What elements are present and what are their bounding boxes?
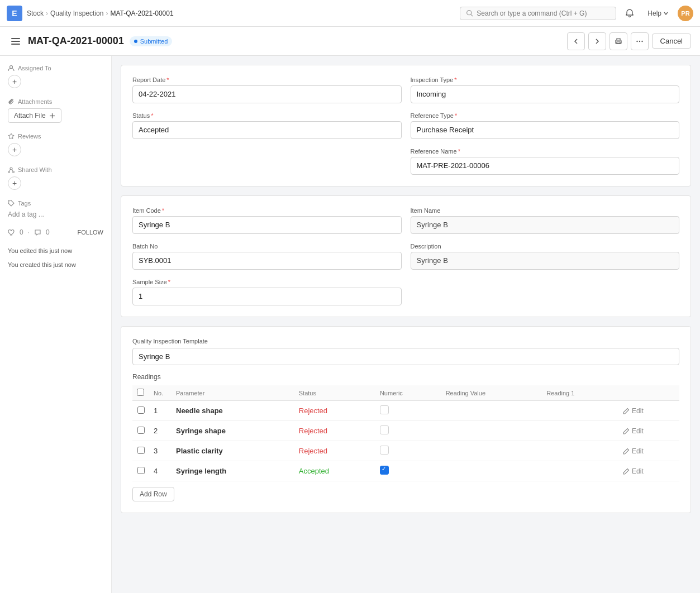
edit-icon	[623, 408, 630, 414]
row-reading1[interactable]	[542, 421, 618, 441]
row-checkbox[interactable]	[137, 447, 145, 454]
next-button[interactable]	[588, 32, 606, 50]
svg-line-14	[12, 170, 13, 171]
sample-size-label: Sample Size*	[132, 279, 402, 285]
template-label: Quality Inspection Template	[132, 338, 679, 345]
item-info-card: Item Code* Syringe B Item Name Syringe B…	[121, 195, 691, 317]
add-shared-with-button[interactable]: +	[8, 176, 21, 190]
row-checkbox[interactable]	[137, 427, 145, 434]
col-header-reading-value: Reading Value	[441, 385, 542, 401]
item-form-grid: Item Code* Syringe B Item Name Syringe B…	[132, 207, 679, 305]
row-reading1[interactable]	[542, 461, 618, 481]
heart-icon	[8, 229, 15, 236]
status-value[interactable]: Accepted	[132, 121, 402, 139]
edit-button[interactable]: Edit	[623, 447, 675, 455]
tag-icon	[8, 200, 15, 207]
numeric-checkbox[interactable]	[380, 405, 389, 414]
cancel-button[interactable]: Cancel	[652, 34, 691, 49]
reference-name-label: Reference Name*	[411, 148, 680, 155]
inspection-type-label: Inspection Type*	[411, 76, 680, 83]
numeric-checkbox[interactable]	[380, 425, 389, 434]
svg-point-4	[636, 40, 637, 41]
row-status: Accepted	[294, 461, 375, 481]
item-code-label: Item Code*	[132, 207, 402, 214]
col-header-numeric: Numeric	[375, 385, 441, 401]
add-tag-input[interactable]: Add a tag ...	[8, 211, 44, 218]
breadcrumb-stock[interactable]: Stock	[27, 9, 44, 17]
printer-icon	[615, 37, 622, 45]
numeric-checkbox[interactable]	[380, 446, 389, 455]
sidebar: Assigned To + Attachments Attach File	[0, 56, 112, 593]
svg-point-12	[13, 171, 15, 173]
follow-button[interactable]: FOLLOW	[78, 229, 103, 236]
add-row-button[interactable]: Add Row	[132, 487, 174, 501]
report-date-label: Report Date*	[132, 76, 402, 83]
add-assigned-to-button[interactable]: +	[8, 75, 21, 88]
help-button[interactable]: Help	[643, 7, 673, 20]
avatar[interactable]: PR	[678, 6, 693, 21]
more-options-button[interactable]	[631, 32, 649, 50]
edit-button[interactable]: Edit	[623, 407, 675, 415]
svg-point-6	[641, 40, 642, 41]
status-label: Status*	[132, 112, 402, 119]
activity-item-1: You edited this just now	[8, 246, 103, 256]
inspection-type-value[interactable]: Incoming	[411, 85, 680, 103]
row-reading-value[interactable]	[441, 401, 542, 421]
svg-line-1	[471, 15, 473, 16]
readings-table: No. Parameter Status Numeric Reading Val…	[132, 385, 679, 481]
numeric-checkbox[interactable]	[380, 466, 389, 475]
row-no: 2	[149, 421, 172, 441]
social-row: 0 · 0 FOLLOW	[8, 228, 103, 236]
row-checkbox[interactable]	[137, 467, 145, 474]
report-date-value[interactable]: 04-22-2021	[132, 85, 402, 103]
edit-button[interactable]: Edit	[623, 467, 675, 475]
sample-size-value[interactable]: 1	[132, 288, 402, 305]
search-bar[interactable]	[460, 7, 616, 20]
svg-line-13	[9, 170, 10, 171]
row-numeric[interactable]	[375, 421, 441, 441]
sample-size-field: Sample Size* 1	[132, 279, 402, 305]
reference-name-value[interactable]: MAT-PRE-2021-00006	[411, 157, 680, 175]
row-reading-value[interactable]	[441, 441, 542, 461]
reference-name-field: Reference Name* MAT-PRE-2021-00006	[411, 148, 680, 175]
description-field: Description Syringe B	[411, 243, 680, 270]
item-code-field: Item Code* Syringe B	[132, 207, 402, 234]
breadcrumb-quality-inspection[interactable]: Quality Inspection	[50, 9, 103, 17]
row-numeric[interactable]	[375, 461, 441, 481]
print-button[interactable]	[609, 32, 627, 50]
item-code-value[interactable]: Syringe B	[132, 216, 402, 234]
item-name-field: Item Name Syringe B	[411, 207, 680, 234]
activity-section: You edited this just now You created thi…	[8, 246, 103, 269]
notifications-button[interactable]	[621, 4, 639, 22]
tags-label: Tags	[8, 200, 103, 207]
table-row: 1 Needle shape Rejected Edit	[132, 401, 679, 421]
template-value[interactable]: Syringe B	[132, 348, 679, 365]
prev-button[interactable]	[567, 32, 585, 50]
row-status: Rejected	[294, 401, 375, 421]
table-row: 2 Syringe shape Rejected Edit	[132, 421, 679, 441]
edit-button[interactable]: Edit	[623, 427, 675, 435]
attach-file-button[interactable]: Attach File	[8, 108, 61, 123]
row-numeric[interactable]	[375, 441, 441, 461]
batch-no-value[interactable]: SYB.0001	[132, 252, 402, 270]
row-reading1[interactable]	[542, 441, 618, 461]
activity-item-2: You created this just now	[8, 260, 103, 270]
row-reading1[interactable]	[542, 401, 618, 421]
app-icon[interactable]: E	[7, 6, 22, 21]
sidebar-toggle[interactable]	[9, 36, 22, 47]
row-no: 1	[149, 401, 172, 421]
row-reading-value[interactable]	[441, 421, 542, 441]
row-numeric[interactable]	[375, 401, 441, 421]
select-all-checkbox[interactable]	[137, 389, 144, 396]
search-input[interactable]	[477, 9, 599, 17]
row-reading-value[interactable]	[441, 461, 542, 481]
batch-no-label: Batch No	[132, 243, 402, 250]
row-checkbox[interactable]	[137, 407, 145, 414]
row-status: Rejected	[294, 441, 375, 461]
top-navigation: E Stock › Quality Inspection › MAT-QA-20…	[0, 0, 700, 27]
add-review-button[interactable]: +	[8, 143, 21, 156]
row-no: 4	[149, 461, 172, 481]
breadcrumb: Stock › Quality Inspection › MAT-QA-2021…	[27, 9, 174, 17]
reference-type-value[interactable]: Purchase Receipt	[411, 121, 680, 139]
col-header-checkbox	[132, 385, 149, 401]
